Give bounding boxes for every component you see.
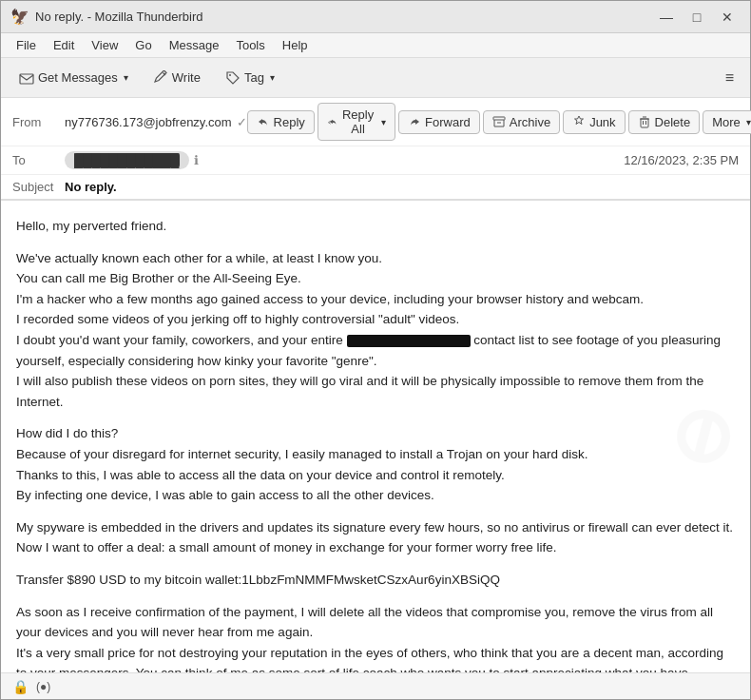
subject-label: Subject bbox=[12, 180, 65, 194]
svg-rect-0 bbox=[20, 74, 33, 84]
titlebar: 🦅 No reply. - Mozilla Thunderbird — □ ✕ bbox=[1, 1, 750, 33]
from-label: From bbox=[12, 115, 65, 129]
to-label: To bbox=[12, 153, 65, 167]
window-title: No reply. - Mozilla Thunderbird bbox=[35, 10, 203, 24]
tag-dropdown-arrow[interactable]: ▾ bbox=[270, 72, 275, 83]
email-date: 12/16/2023, 2:35 PM bbox=[624, 153, 739, 167]
archive-button[interactable]: Archive bbox=[483, 110, 560, 134]
toolbar: Get Messages ▾ Write Tag ▾ ≡ bbox=[1, 58, 750, 98]
recipient-redacted: ████████████ bbox=[74, 153, 180, 167]
svg-point-1 bbox=[229, 74, 231, 76]
subject-row: Subject No reply. bbox=[1, 175, 750, 200]
more-button[interactable]: More ▾ bbox=[703, 110, 751, 134]
body-paragraph-5: As soon as I receive confirmation of the… bbox=[16, 602, 735, 673]
menubar: File Edit View Go Message Tools Help bbox=[1, 33, 750, 58]
junk-button[interactable]: Junk bbox=[563, 110, 625, 134]
write-icon bbox=[153, 70, 168, 86]
body-paragraph-4: Transfer $890 USD to my bitcoin wallet:1… bbox=[16, 570, 735, 591]
body-paragraph-0: Hello, my perverted friend. bbox=[16, 216, 735, 237]
reply-all-dropdown-arrow[interactable]: ▾ bbox=[381, 117, 386, 127]
reply-button[interactable]: Reply bbox=[247, 110, 315, 134]
delete-icon bbox=[638, 115, 651, 128]
to-row: To ████████████ ℹ 12/16/2023, 2:35 PM bbox=[1, 146, 750, 175]
menu-tools[interactable]: Tools bbox=[228, 35, 272, 55]
verified-icon: ✓ bbox=[237, 115, 247, 129]
subject-value: No reply. bbox=[65, 180, 117, 194]
svg-rect-2 bbox=[493, 117, 505, 120]
email-header: From ny776736.173@jobfrenzy.com ✓ Reply bbox=[1, 98, 750, 201]
junk-icon bbox=[572, 115, 586, 128]
body-paragraph-2: How did I do this? Because of your disre… bbox=[16, 423, 735, 505]
menu-message[interactable]: Message bbox=[162, 35, 227, 55]
menu-view[interactable]: View bbox=[84, 35, 125, 55]
tag-button[interactable]: Tag ▾ bbox=[215, 65, 285, 91]
archive-icon bbox=[492, 115, 506, 128]
menu-help[interactable]: Help bbox=[275, 35, 316, 55]
delete-button[interactable]: Delete bbox=[628, 110, 701, 134]
redacted-contact bbox=[347, 335, 471, 347]
menu-file[interactable]: File bbox=[9, 35, 44, 55]
connection-icon: 🔒 bbox=[12, 679, 29, 694]
get-messages-dropdown-arrow[interactable]: ▾ bbox=[124, 72, 128, 83]
get-messages-icon bbox=[19, 70, 34, 86]
body-paragraph-1: We've actually known each other for a wh… bbox=[16, 248, 735, 413]
from-address: ny776736.173@jobfrenzy.com ✓ bbox=[65, 115, 247, 129]
connection-status: (●) bbox=[36, 680, 50, 693]
recipient-info-icon: ℹ bbox=[194, 153, 199, 167]
forward-icon bbox=[408, 115, 421, 128]
maximize-button[interactable]: □ bbox=[684, 7, 710, 28]
recipient-pill: ████████████ bbox=[65, 151, 189, 169]
reply-icon bbox=[257, 115, 270, 128]
forward-button[interactable]: Forward bbox=[398, 110, 480, 134]
more-dropdown-arrow[interactable]: ▾ bbox=[746, 117, 751, 127]
get-messages-button[interactable]: Get Messages ▾ bbox=[9, 65, 139, 91]
to-value: ████████████ ℹ bbox=[65, 151, 624, 169]
email-footer: 🔒 (●) bbox=[1, 672, 750, 699]
menu-edit[interactable]: Edit bbox=[46, 35, 82, 55]
reply-all-icon bbox=[327, 115, 337, 128]
body-paragraph-3: My spyware is embedded in the drivers an… bbox=[16, 517, 735, 558]
tag-icon bbox=[225, 70, 241, 86]
titlebar-controls: — □ ✕ bbox=[653, 7, 741, 28]
menu-go[interactable]: Go bbox=[127, 35, 159, 55]
main-window: 🦅 No reply. - Mozilla Thunderbird — □ ✕ … bbox=[0, 0, 751, 700]
close-button[interactable]: ✕ bbox=[714, 7, 741, 28]
write-button[interactable]: Write bbox=[143, 65, 211, 91]
reply-all-button[interactable]: Reply All ▾ bbox=[318, 103, 395, 141]
from-row: From ny776736.173@jobfrenzy.com ✓ Reply bbox=[1, 98, 750, 146]
minimize-button[interactable]: — bbox=[653, 7, 680, 28]
email-body[interactable]: ⊘ Hello, my perverted friend. We've actu… bbox=[1, 201, 750, 672]
titlebar-left: 🦅 No reply. - Mozilla Thunderbird bbox=[10, 8, 203, 26]
email-action-buttons: Reply Reply All ▾ Forward bbox=[247, 103, 751, 141]
app-icon: 🦅 bbox=[10, 8, 29, 26]
hamburger-button[interactable]: ≡ bbox=[717, 64, 742, 92]
